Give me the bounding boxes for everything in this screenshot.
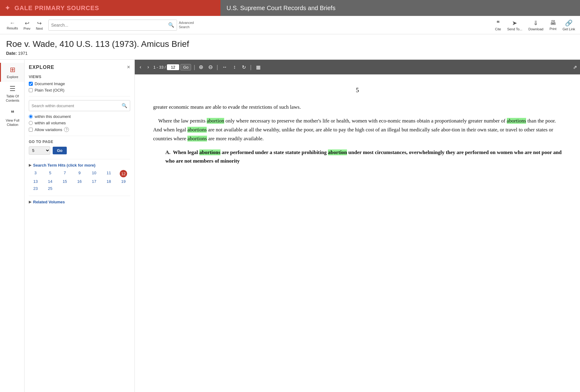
hit-number-10[interactable]: 10 — [87, 170, 101, 177]
hit-number-14[interactable]: 14 — [43, 179, 57, 184]
hit-number-23[interactable]: 23 — [29, 186, 42, 191]
zoom-out-button[interactable]: ⊖ — [207, 63, 214, 71]
main-toolbar: ← Results ↩ Prev ↪ Next 🔍 AdvancedSearch… — [0, 16, 580, 34]
allow-variations-checkbox[interactable] — [29, 128, 33, 132]
header-banner: ✦ GALE PRIMARY SOURCES U.S. Supreme Cour… — [0, 0, 580, 16]
hit-number-7[interactable]: 7 — [58, 170, 72, 177]
go-to-page-row: 5 Go — [29, 146, 130, 155]
search-within-input[interactable] — [32, 104, 122, 108]
page-number-input[interactable] — [167, 64, 179, 70]
hit-number-19[interactable]: 19 — [117, 179, 130, 184]
hit-number-15[interactable]: 15 — [58, 179, 72, 184]
hit-number-13[interactable]: 13 — [29, 179, 42, 184]
viewer-toolbar: ‹ › 1 - 33 / Go | ⊕ ⊖ | ↔ ↕ ↻ | ▦ ⇗ — [135, 60, 580, 74]
advanced-search-link[interactable]: AdvancedSearch — [179, 21, 194, 29]
get-link-label: Get Link — [563, 27, 575, 31]
date-label: Date: — [6, 51, 17, 56]
send-to-icon: ➤ — [512, 19, 517, 27]
citation-icon: ❝ — [11, 109, 14, 117]
related-volumes-chevron-icon: ▶ — [29, 200, 31, 204]
page-range-start: 1 - 33 / — [153, 65, 166, 70]
hit-number-17[interactable]: 17 — [87, 179, 101, 184]
hit-number-25[interactable]: 25 — [43, 186, 57, 191]
highlight-abortion-2: abortion — [328, 149, 347, 155]
sidebar-item-toc[interactable]: ☰ Table OfContents — [0, 82, 24, 106]
date-value: 1971 — [18, 51, 28, 56]
download-icon: ⇓ — [533, 19, 538, 27]
hit-number-16[interactable]: 16 — [73, 179, 86, 184]
search-term-hits-header[interactable]: ▶ Search Term Hits (click for more) — [29, 163, 130, 168]
highlight-abortions-4: abortions — [199, 149, 220, 155]
search-within-icon[interactable]: 🔍 — [122, 103, 127, 108]
related-volumes-header[interactable]: ▶ Related Volumes — [29, 200, 130, 204]
image-view-button[interactable]: ▦ — [254, 64, 262, 71]
results-button[interactable]: ← Results — [5, 19, 20, 31]
doc-image-checkbox[interactable] — [29, 82, 33, 86]
zoom-in-button[interactable]: ⊕ — [198, 63, 205, 71]
results-icon: ← — [9, 20, 15, 26]
nav-buttons: ← Results ↩ Prev ↪ Next — [5, 19, 45, 31]
doc-text: greater economic means are able to evade… — [153, 103, 562, 166]
fit-height-button[interactable]: ↕ — [232, 64, 238, 70]
print-button[interactable]: 🖶 Print — [549, 19, 556, 31]
doc-page: 5 greater economic means are able to eva… — [135, 74, 580, 392]
within-document-radio[interactable] — [29, 115, 33, 119]
next-button[interactable]: ↪ Next — [34, 19, 45, 31]
sidebar-item-citation[interactable]: ❝ View FullCitation — [0, 106, 24, 130]
hits-grid: 3579101112131415161718192325 — [29, 170, 130, 191]
link-icon: 🔗 — [565, 19, 573, 27]
within-volumes-label: within all volumes — [35, 121, 66, 125]
hit-number-3[interactable]: 3 — [29, 170, 42, 177]
gale-star-icon: ✦ — [5, 5, 10, 11]
download-button[interactable]: ⇓ Download — [528, 19, 543, 31]
explore-panel-header: EXPLORE × — [29, 64, 130, 70]
page-info: 1 - 33 / Go — [153, 64, 191, 70]
get-link-button[interactable]: 🔗 Get Link — [563, 19, 575, 31]
main-search-icon[interactable]: 🔍 — [168, 22, 174, 28]
help-icon[interactable]: ? — [64, 127, 69, 132]
cite-button[interactable]: ❝ Cite — [495, 19, 501, 31]
collection-title: U.S. Supreme Court Records and Briefs — [227, 5, 336, 12]
within-document-row: within this document — [29, 114, 130, 119]
paragraph-1: greater economic means are able to evade… — [153, 103, 562, 112]
hit-number-11[interactable]: 11 — [102, 170, 115, 177]
plain-text-label: Plain Text (OCR) — [35, 88, 64, 92]
page-select[interactable]: 5 — [29, 146, 50, 155]
doc-date: Date: 1971 — [6, 51, 574, 56]
prev-label: Prev — [24, 27, 31, 30]
search-term-hits-section: ▶ Search Term Hits (click for more) 3579… — [29, 163, 130, 191]
print-label: Print — [549, 27, 556, 31]
sidebar-item-explore[interactable]: ⊞ Explore — [0, 63, 24, 82]
go-to-page-button[interactable]: Go — [53, 147, 67, 154]
main-search-input[interactable] — [51, 23, 168, 28]
toolbar-actions: ❝ Cite ➤ Send To... ⇓ Download 🖶 Print 🔗… — [495, 19, 575, 31]
plain-text-row: Plain Text (OCR) — [29, 88, 130, 92]
search-term-hits-label: Search Term Hits (click for more) — [33, 163, 96, 168]
doc-title: Roe v. Wade, 410 U.S. 113 (1973). Amicus… — [6, 39, 574, 49]
allow-variations-label: Allow variations — [35, 127, 62, 132]
plain-text-checkbox[interactable] — [29, 88, 33, 92]
fit-width-button[interactable]: ↔ — [220, 64, 229, 70]
print-icon: 🖶 — [550, 19, 556, 26]
within-volumes-radio[interactable] — [29, 121, 33, 125]
rotate-button[interactable]: ↻ — [240, 64, 248, 71]
expand-button[interactable]: ⇗ — [573, 64, 577, 70]
within-volumes-row: within all volumes — [29, 121, 130, 125]
viewer-go-button[interactable]: Go — [180, 64, 191, 70]
gale-logo-text: GALE PRIMARY SOURCES — [14, 5, 99, 11]
hit-number-12[interactable]: 12 — [120, 170, 127, 177]
prev-button[interactable]: ↩ Prev — [22, 19, 32, 31]
viewer-prev-button[interactable]: ‹ — [138, 64, 143, 70]
viewer-next-button[interactable]: › — [145, 64, 151, 70]
explore-panel-title: EXPLORE — [29, 65, 54, 70]
doc-image-row: Document Image — [29, 81, 130, 86]
hit-number-9[interactable]: 9 — [73, 170, 86, 177]
highlight-abortions-3: abortions — [187, 136, 207, 141]
main-content: ⊞ Explore ☰ Table OfContents ❝ View Full… — [0, 60, 580, 392]
send-to-button[interactable]: ➤ Send To... — [507, 19, 522, 31]
go-to-page-section: GO TO PAGE 5 Go — [29, 140, 130, 155]
page-number: 5 — [153, 87, 562, 94]
hit-number-5[interactable]: 5 — [43, 170, 57, 177]
close-explore-button[interactable]: × — [127, 64, 130, 70]
hit-number-18[interactable]: 18 — [102, 179, 115, 184]
